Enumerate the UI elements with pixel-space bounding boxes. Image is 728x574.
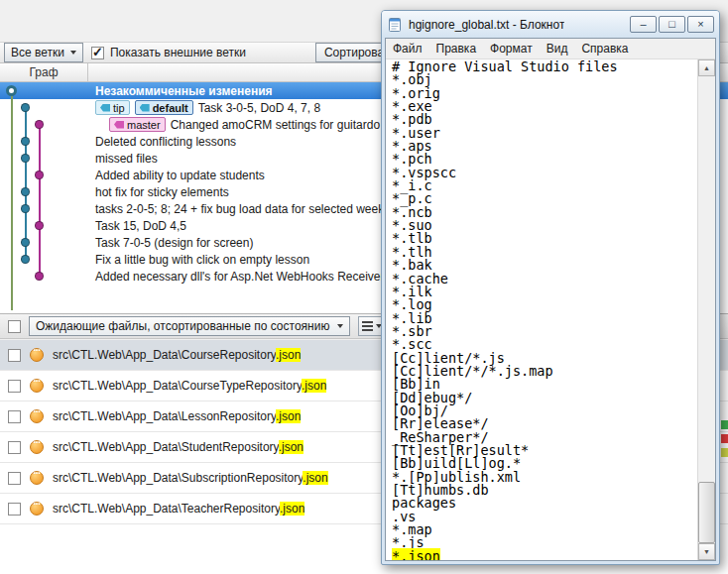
commit-node (21, 103, 30, 112)
commit-node (21, 204, 30, 213)
list-icon (362, 325, 373, 327)
commit-node (21, 187, 30, 196)
commit-node (21, 238, 30, 247)
file-status-icon (30, 440, 44, 454)
notepad-client-area: Файл Правка Формат Вид Справка # Ignore … (385, 38, 716, 561)
file-checkbox[interactable] (8, 503, 21, 516)
tag-icon (114, 121, 124, 129)
menu-help[interactable]: Справка (574, 42, 635, 56)
menu-edit[interactable]: Правка (429, 42, 484, 56)
bookmark-badge-master: master (109, 117, 166, 132)
tag-icon (140, 104, 150, 112)
notepad-text-area[interactable]: # Ignore Visual Studio files*.obj*.orig*… (386, 59, 697, 560)
commit-message: Fix a little bug with click on empty les… (95, 253, 309, 267)
maximize-button[interactable]: □ (659, 16, 685, 33)
commit-message: Task 3-0-5, DoD 4, 7, 8 (198, 101, 320, 115)
file-path: src\CTL.Web\App_Data\CourseTypeRepositor… (53, 379, 326, 393)
background-edge-artifacts (721, 420, 728, 462)
notepad-scrollbar[interactable]: ▲ ▼ (697, 59, 715, 560)
commit-node (21, 137, 30, 146)
notepad-menubar: Файл Правка Формат Вид Справка (386, 39, 715, 59)
status-marker (721, 420, 728, 429)
tag-icon (100, 104, 110, 112)
file-checkbox[interactable] (8, 472, 21, 485)
file-path: src\CTL.Web\App_Data\SubscriptionReposit… (53, 471, 328, 485)
tag-badge-tip: tip (95, 100, 130, 115)
menu-format[interactable]: Формат (483, 42, 540, 56)
commit-message: Deleted conflicting lessons (95, 135, 236, 149)
commit-message: Task 15, DoD 4,5 (95, 219, 186, 233)
commit-node (21, 154, 30, 163)
branch-badge-default: default (135, 100, 193, 115)
branch-filter-label: Все ветки (11, 46, 64, 59)
graph-lane-line (39, 124, 41, 276)
scroll-thumb[interactable] (698, 482, 715, 543)
notepad-window: hgignore_global.txt - Блокнот – □ × Файл… (381, 10, 720, 565)
file-checkbox[interactable] (8, 410, 21, 423)
status-marker (721, 448, 728, 457)
file-path: src\CTL.Web\App_Data\TeacherRepository.j… (53, 502, 304, 516)
commit-message: hot fix for sticky elements (95, 185, 229, 199)
commit-message: Added necessary dll's for Asp.Net WebHoo… (95, 270, 391, 284)
graph-column-header[interactable]: Граф (0, 63, 88, 81)
branch-filter-combo[interactable]: Все ветки (4, 43, 83, 62)
menu-file[interactable]: Файл (386, 42, 429, 56)
minimize-button[interactable]: – (630, 16, 657, 33)
window-title: hgignore_global.txt - Блокнот (409, 18, 564, 32)
status-marker (721, 434, 728, 443)
commit-message: Changed amoCRM settings for guitardo (171, 118, 380, 132)
commit-node (35, 272, 44, 281)
file-filter-label: Ожидающие файлы, отсортированные по сост… (36, 319, 329, 333)
menu-view[interactable]: Вид (540, 42, 575, 56)
commit-message: Task 7-0-5 (design for screen) (95, 236, 253, 250)
show-external-branches-label: Показать внешние ветки (110, 46, 246, 59)
file-checkbox[interactable] (8, 380, 21, 393)
commit-message: Незакоммиченные изменения (95, 84, 273, 98)
file-path: src\CTL.Web\App_Data\StudentRepository.j… (53, 440, 303, 454)
file-checkbox[interactable] (8, 441, 21, 454)
file-status-icon (30, 348, 44, 362)
commit-message: tasks 2-0-5; 8; 24 + fix bug load data f… (95, 202, 384, 216)
notepad-titlebar[interactable]: hgignore_global.txt - Блокнот – □ × (382, 11, 719, 38)
graph-lane-line (25, 107, 27, 259)
close-button[interactable]: × (687, 16, 714, 33)
show-external-branches-checkbox[interactable] (91, 47, 104, 59)
chevron-down-icon (337, 324, 343, 328)
scroll-down-arrow[interactable]: ▼ (698, 543, 715, 560)
file-status-icon (30, 502, 44, 516)
file-status-icon (30, 379, 44, 393)
scroll-up-arrow[interactable]: ▲ (698, 59, 715, 76)
chevron-down-icon (70, 51, 76, 55)
commit-message: missed files (95, 152, 158, 166)
file-status-icon (30, 471, 44, 485)
commit-node (35, 171, 44, 179)
file-path: src\CTL.Web\App_Data\CourseRepository.js… (53, 348, 301, 362)
commit-node (6, 85, 17, 96)
commit-node (35, 221, 44, 230)
file-filter-combo[interactable]: Ожидающие файлы, отсортированные по сост… (29, 316, 350, 336)
file-status-icon (30, 409, 44, 423)
file-checkbox[interactable] (8, 349, 21, 362)
select-all-files-checkbox[interactable] (8, 320, 21, 333)
graph-lane-line (11, 90, 13, 310)
commit-node (21, 255, 30, 264)
file-path: src\CTL.Web\App_Data\LessonRepository.js… (53, 409, 301, 423)
notepad-icon (387, 17, 403, 33)
commit-message: Added ability to update students (95, 169, 265, 182)
commit-node (35, 120, 44, 129)
